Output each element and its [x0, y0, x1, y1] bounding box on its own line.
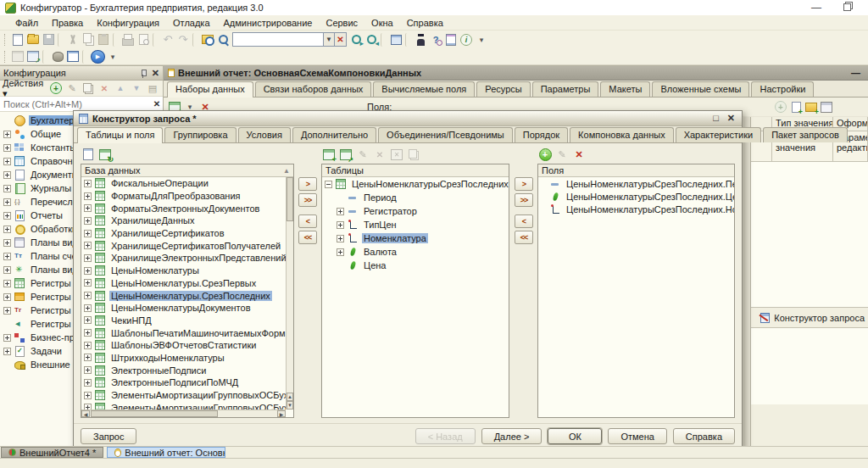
expander-icon[interactable]	[84, 342, 92, 349]
combo-dropdown-icon[interactable]: ▼	[324, 32, 335, 47]
expander-icon[interactable]	[3, 253, 11, 260]
dialog-close-button[interactable]: ✕	[727, 113, 735, 124]
selected-field-row[interactable]: ЦеныНоменклатурыСрезПоследних.Цена	[538, 190, 734, 203]
panel-close-icon[interactable]: ✕	[152, 68, 159, 79]
edit-field-icon[interactable]	[554, 148, 570, 162]
query-builder-button[interactable]: Конструктор запроса	[756, 311, 868, 325]
selected-table-row[interactable]: Цена	[322, 259, 509, 272]
edit-table-icon[interactable]	[355, 148, 370, 162]
database-table-row[interactable]: ФорматыДляПреобразования	[81, 190, 286, 203]
menu-item[interactable]: Администрирование	[217, 16, 320, 30]
expander-icon[interactable]	[3, 226, 11, 233]
scroll-right-icon[interactable]: ▶	[277, 410, 286, 417]
expander-icon[interactable]	[84, 304, 92, 312]
move-button[interactable]: <<	[515, 231, 533, 244]
add-virtual-table-icon[interactable]	[338, 148, 353, 162]
vertical-scrollbar[interactable]: ▲ ▼	[286, 177, 293, 410]
move-button[interactable]: <<	[298, 231, 317, 244]
database-table-row[interactable]: ХранилищеЭлектронныхПредставленийРеквизи…	[81, 252, 286, 265]
print-icon[interactable]	[120, 32, 136, 47]
search-clear-icon[interactable]: ✕	[151, 97, 163, 111]
database-table-row[interactable]: ФорматыЭлектронныхДокументов	[81, 202, 286, 214]
menu-item[interactable]: Сервис	[319, 16, 364, 30]
new-document-icon[interactable]	[10, 32, 25, 47]
windows-icon[interactable]	[388, 32, 403, 47]
horizontal-scrollbar[interactable]: ◀ ▶	[81, 410, 286, 417]
expander-icon[interactable]	[3, 158, 11, 165]
database-icon[interactable]	[50, 49, 65, 64]
expander-icon[interactable]	[84, 192, 92, 200]
dialog-maximize-button[interactable]: □	[713, 113, 719, 124]
expander-icon[interactable]	[337, 235, 344, 242]
expander-icon[interactable]	[84, 292, 92, 299]
dialog-tab[interactable]: Компоновка данных	[570, 127, 674, 142]
report-tab[interactable]: Вычисляемые поля	[373, 81, 475, 97]
expander-icon[interactable]	[84, 404, 92, 410]
add-field-icon[interactable]	[537, 148, 553, 162]
expander-icon[interactable]	[84, 392, 92, 399]
save-icon[interactable]	[41, 32, 56, 47]
expander-icon[interactable]	[3, 348, 11, 355]
move-button[interactable]: >>	[298, 193, 317, 207]
paste-icon[interactable]	[96, 32, 111, 47]
expander-icon[interactable]	[84, 242, 92, 249]
selected-table-row[interactable]: Период	[322, 191, 509, 204]
selected-table-row[interactable]: ЦеныНоменклатурыСрезПоследних	[322, 177, 509, 191]
database-table-row[interactable]: ЦеныНоменклатурыДокументов	[81, 302, 286, 315]
report-tab[interactable]: Параметры	[532, 81, 599, 97]
expander-icon[interactable]	[3, 185, 11, 192]
selected-table-row[interactable]: Регистратор	[322, 204, 509, 218]
query-button[interactable]: Запрос	[81, 428, 136, 444]
dialog-tab[interactable]: Пакет запросов	[763, 127, 848, 142]
edit-icon[interactable]	[64, 81, 80, 96]
expander-icon[interactable]	[3, 239, 11, 247]
database-table-row[interactable]: ШаблоныЭВФОтчетовСтатистики	[81, 339, 286, 352]
add-icon[interactable]	[48, 81, 64, 96]
expander-icon[interactable]	[84, 316, 92, 324]
expander-icon[interactable]	[84, 329, 92, 337]
scroll-left-icon[interactable]: ◀	[81, 410, 90, 417]
database-table-row[interactable]: ЦеныНоменклатуры	[81, 265, 286, 277]
copy-table-icon[interactable]	[406, 148, 421, 162]
expander-icon[interactable]	[3, 198, 11, 206]
more-icon[interactable]	[145, 81, 160, 96]
delete-table-icon[interactable]	[372, 148, 387, 162]
expander-icon[interactable]	[84, 230, 92, 237]
find-next-icon[interactable]	[348, 32, 364, 47]
toolbar-overflow-icon[interactable]	[105, 49, 120, 64]
pin-icon[interactable]	[139, 70, 147, 77]
scroll-down-icon[interactable]: ▼	[287, 401, 293, 410]
taskbar-tab[interactable]: ВнешнийОтчет4 *	[1, 447, 103, 458]
restore-button[interactable]	[843, 3, 851, 11]
add-field-icon[interactable]	[773, 100, 788, 114]
menu-item[interactable]: Правка	[45, 16, 90, 30]
expander-icon[interactable]	[3, 171, 11, 179]
help-contents-icon[interactable]	[443, 32, 459, 47]
dialog-tab[interactable]: Группировка	[164, 127, 236, 142]
report-tab[interactable]: Связи наборов данных	[255, 81, 372, 97]
database-table-row[interactable]: ШтрихкодыНоменклатуры	[81, 352, 286, 365]
report-tab[interactable]: Макеты	[600, 81, 650, 97]
database-table-row[interactable]: ЭлементыАмортизацииГрупповыхОСБухга	[81, 401, 286, 410]
expander-icon[interactable]	[325, 181, 332, 188]
report-minimize-button[interactable]: —	[851, 68, 864, 78]
database-table-row[interactable]: ШаблоныПечатиМашиночитаемыхФорм	[81, 326, 286, 339]
selected-field-row[interactable]: ЦеныНоменклатурыСрезПоследних.Период	[538, 177, 734, 190]
menu-item[interactable]: Справка	[400, 16, 450, 30]
move-button[interactable]: >	[298, 177, 317, 191]
database-table-row[interactable]: ЭлементыАмортизацииГрупповыхОСБухга	[81, 389, 286, 402]
print-preview-icon[interactable]	[136, 32, 151, 47]
expander-icon[interactable]	[84, 204, 92, 212]
refresh-tables-icon[interactable]	[97, 148, 113, 162]
database-table-row[interactable]: ЧекиНПД	[81, 315, 286, 327]
copy-field-icon[interactable]	[788, 100, 804, 114]
menu-item[interactable]: Окна	[364, 16, 400, 30]
cut-icon[interactable]	[65, 32, 81, 47]
context-help-icon[interactable]	[428, 32, 443, 47]
move-button[interactable]: >	[515, 177, 533, 191]
expander-icon[interactable]	[84, 254, 92, 262]
expander-icon[interactable]	[337, 208, 344, 215]
report-tab[interactable]: Вложенные схемы	[652, 81, 749, 97]
database-table-row[interactable]: ЦеныНоменклатуры.СрезПервых	[81, 277, 286, 290]
database-list-header[interactable]: База данных ▲	[81, 164, 293, 177]
